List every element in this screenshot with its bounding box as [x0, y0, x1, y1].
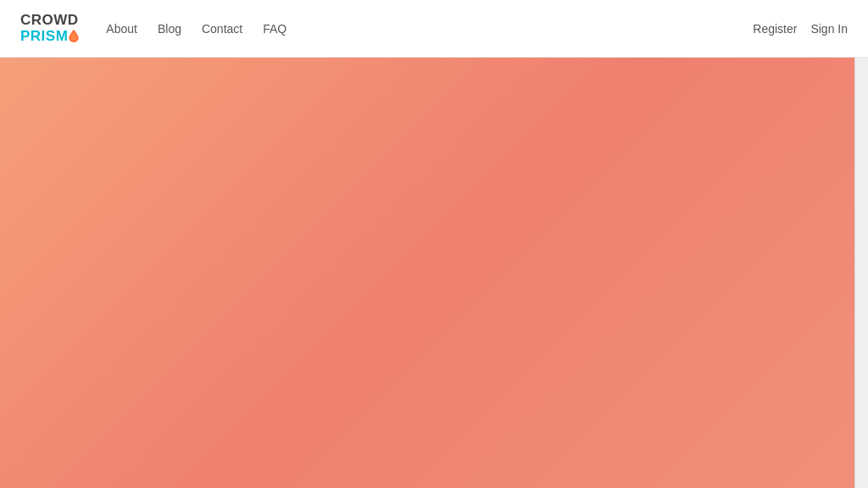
- logo-crowd-text: CROWD: [20, 13, 79, 29]
- scrollbar-track[interactable]: [854, 0, 868, 488]
- hero-section: [0, 58, 854, 488]
- logo-drop-icon: [69, 30, 79, 42]
- nav-link-blog[interactable]: Blog: [158, 22, 181, 36]
- navbar-left: CROWD PRISM About Blog Contact FAQ: [20, 13, 287, 44]
- signin-link[interactable]: Sign In: [810, 22, 848, 36]
- nav-link-contact[interactable]: Contact: [202, 22, 242, 36]
- nav-links: About Blog Contact FAQ: [106, 22, 287, 36]
- nav-link-faq[interactable]: FAQ: [263, 22, 287, 36]
- register-link[interactable]: Register: [753, 22, 797, 36]
- navbar-right: Register Sign In: [753, 22, 848, 36]
- logo[interactable]: CROWD PRISM: [20, 13, 79, 44]
- logo-prism-text: PRISM: [20, 29, 79, 45]
- nav-link-about[interactable]: About: [106, 22, 137, 36]
- navbar: CROWD PRISM About Blog Contact FAQ Regis…: [0, 0, 868, 58]
